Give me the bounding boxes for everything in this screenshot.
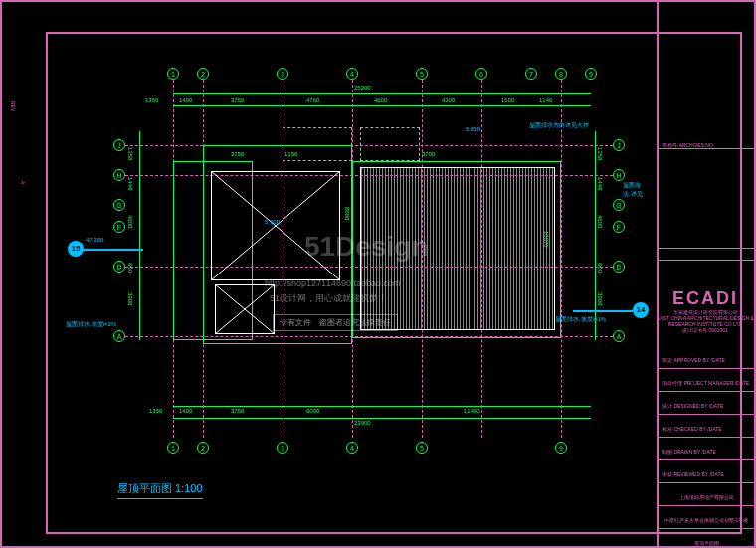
watermark-notice: 专有文件 盗图者追究法律责任 — [273, 314, 398, 331]
cert-no: 设计证书号 0901061 — [657, 327, 754, 333]
dim-int-0: 3750 — [231, 151, 244, 157]
roof-equip-2 — [360, 127, 420, 161]
dim-r4: 3900 — [597, 292, 603, 305]
dim-t2: 3750 — [231, 97, 244, 103]
svg-line-7 — [245, 309, 275, 334]
note-1: 屋面排水,坡度i=2% — [66, 320, 116, 329]
grid-bubble-top-4: 4 — [346, 68, 358, 80]
dim-bot-total: 23900 — [354, 420, 371, 426]
note-2: 屋面排水方向详见大样 — [529, 121, 589, 130]
grid-bubble-top-7: 7 — [525, 68, 537, 80]
grid-bubble-r-J: J — [613, 139, 625, 151]
grid-bubble-bot-9: 9 — [555, 442, 567, 454]
cad-frame: REV A 存档号 ARCHIVES NO ECADI 华东建筑设计研究院有限公… — [0, 0, 756, 548]
dim-l2: 4600 — [127, 215, 133, 228]
svg-line-5 — [245, 284, 275, 309]
grid-bubble-bot-1: 1 — [167, 442, 179, 454]
dim-bot-total-line — [173, 418, 591, 419]
tb-archive: 存档号 ARCHIVES NO — [662, 142, 713, 148]
dim-l0: 1358 — [127, 147, 133, 160]
grid-bubble-top-8: 8 — [555, 68, 567, 80]
grid-bubble-bot-5: 5 — [416, 442, 428, 454]
dim-t6: 1500 — [501, 97, 514, 103]
svg-line-4 — [215, 284, 245, 309]
grid-bubble-top-1: 1 — [167, 68, 179, 80]
tb-approved: 审定 APPROVED BY /DATE — [662, 357, 725, 363]
dim-b4: 11400 — [464, 408, 480, 414]
svg-line-3 — [276, 226, 340, 280]
section-bubble-14: 14 — [633, 302, 649, 318]
section-line-left — [84, 249, 143, 251]
grid-bubble-bot-4: 4 — [346, 442, 358, 454]
dim-r3: 600 — [597, 263, 603, 273]
grid-bubble-l-D: D — [113, 261, 125, 273]
grid-bubble-l-H: H — [113, 169, 125, 181]
elev-1: 5.700 — [265, 219, 280, 225]
grid-v-9 — [561, 80, 562, 438]
svg-line-2 — [211, 226, 276, 280]
section-elev-left: 47.200 — [86, 237, 103, 243]
dim-top-chain — [173, 105, 591, 106]
dim-t4: 4600 — [374, 97, 387, 103]
tb-drawn: 制图 DRAWN BY /DATE — [662, 449, 716, 455]
grid-bubble-l-F: F — [113, 221, 125, 233]
grid-bubble-bot-3: 3 — [277, 442, 288, 454]
dim-l4: 3900 — [127, 292, 133, 305]
grid-bubble-top-6: 6 — [475, 68, 487, 80]
drawing-area: 1 2 3 4 5 6 7 8 9 1 2 3 4 5 9 J H G F D … — [46, 32, 643, 534]
dim-r1: 1440 — [597, 177, 603, 190]
dim-int-3: 10070 — [543, 231, 549, 248]
side-text-2: A — [20, 181, 26, 184]
dim-bot-chain — [173, 406, 591, 407]
company-en: EAST CHINA ARCHITECTURAL DESIGN & RESEAR… — [657, 315, 754, 327]
note-4: 屋面做法,详见 — [623, 181, 643, 199]
dim-r2: 4600 — [597, 215, 603, 228]
logo-text: ECADI — [657, 288, 754, 309]
grid-bubble-r-F: F — [613, 221, 625, 233]
grid-bubble-r-H: H — [613, 169, 625, 181]
grid-bubble-top-5: 5 — [416, 68, 428, 80]
roof-west-ridges — [211, 171, 340, 280]
dim-t5: 4300 — [442, 97, 455, 103]
svg-line-6 — [215, 309, 245, 334]
side-revision-text: REV — [10, 101, 16, 111]
grid-bubble-bot-2: 2 — [197, 442, 209, 454]
elev-2: 5.850 — [466, 126, 480, 132]
grid-bubble-l-A: A — [113, 330, 125, 342]
dim-int-1: 1150 — [284, 151, 297, 157]
dim-right-chain — [595, 131, 596, 340]
dim-b1: 1400 — [179, 408, 192, 414]
section-line-right — [573, 310, 633, 312]
tb-pm: 项目经理 PROJECT MANAGER /DATE — [662, 380, 749, 386]
title-block: 存档号 ARCHIVES NO ECADI 华东建筑设计研究院有限公司 EAST… — [657, 2, 754, 546]
grid-bubble-l-J: J — [113, 139, 125, 151]
tb-client: 上海港际房地产有限公司 — [679, 494, 734, 500]
dim-b3: 6000 — [306, 408, 319, 414]
flat-roof-border — [360, 167, 555, 330]
tb-reviewed: 审核 REVIEWED BY /DATE — [662, 471, 724, 477]
dim-int-4: 3700 — [422, 151, 435, 157]
svg-line-1 — [276, 171, 340, 226]
grid-bubble-l-G: G — [113, 199, 125, 211]
dim-t3: 4760 — [306, 97, 319, 103]
grid-bubble-r-D: D — [613, 261, 625, 273]
company-logo-box: ECADI 华东建筑设计研究院有限公司 EAST CHINA ARCHITECT… — [657, 288, 754, 340]
dim-t7: 1140 — [539, 97, 552, 103]
dim-t1: 1400 — [179, 97, 192, 103]
svg-line-0 — [211, 171, 276, 226]
dim-top-total: 25200 — [354, 85, 371, 91]
tb-designer: 设计 DESIGNED BY /DATE — [662, 403, 723, 409]
dim-left-chain — [139, 131, 140, 340]
tb-checked: 校对 CHECKED BY /DATE — [662, 426, 722, 432]
dim-l1: 1440 — [127, 177, 133, 190]
section-bubble-15: 15 — [68, 241, 84, 257]
grid-bubble-top-3: 3 — [277, 68, 288, 80]
tb-drawing-name: 屋顶平面图 — [694, 540, 719, 546]
note-3: 屋面排水,坡度i=1% — [555, 315, 606, 324]
dim-r0: 1358 — [597, 147, 603, 160]
grid-bubble-r-A: A — [613, 330, 625, 342]
dim-b2: 3750 — [231, 408, 244, 414]
tb-project: 中星红庐东大单合体独立式别墅-1号楼 — [664, 517, 748, 523]
dim-top-total-line — [173, 93, 591, 94]
dim-int-2: 8680 — [344, 207, 350, 220]
